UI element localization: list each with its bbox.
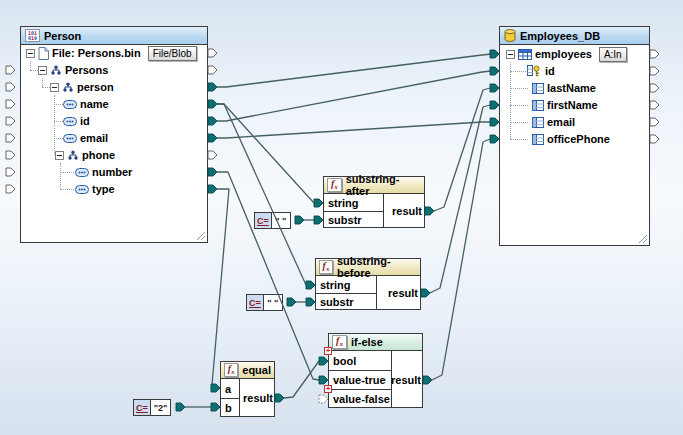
constant-2[interactable]: C= "2" xyxy=(133,399,171,416)
tree-item-db-officephone[interactable]: officePhone xyxy=(532,131,610,147)
function-substring-after[interactable]: fx substring-after string substr result xyxy=(323,176,425,228)
connection-equal-result-ifelse-bool[interactable] xyxy=(284,361,319,398)
function-input-substr[interactable]: substr xyxy=(316,293,376,310)
function-equal[interactable]: fx equal a b result xyxy=(220,361,275,417)
tree-item-number[interactable]: number xyxy=(75,164,132,180)
tree-item-file[interactable]: File: Persons.bin File/Blob xyxy=(26,45,197,61)
input-connector-db-officephone[interactable] xyxy=(490,135,499,143)
output-connector-email[interactable] xyxy=(208,134,217,142)
function-input-b[interactable]: b xyxy=(221,398,239,417)
input-connector-type[interactable] xyxy=(6,185,15,193)
output-connector-db-officephone[interactable] xyxy=(650,135,659,143)
tree-item-db-firstname[interactable]: firstName xyxy=(532,97,598,113)
output-connector-db-id[interactable] xyxy=(650,67,659,75)
function-input-string[interactable]: string xyxy=(316,276,376,293)
collapse-toggle[interactable] xyxy=(50,83,59,92)
function-header[interactable]: fx equal xyxy=(221,362,274,379)
collapse-toggle[interactable] xyxy=(55,151,64,160)
function-input-string[interactable]: string xyxy=(324,194,383,211)
constant-output-connector[interactable] xyxy=(176,403,185,411)
output-connector-number[interactable] xyxy=(208,168,217,176)
source-component-header[interactable]: 101 010 Person xyxy=(21,27,207,45)
function-output-result[interactable]: result xyxy=(239,379,275,417)
tree-item-db-id[interactable]: id xyxy=(527,63,555,79)
tree-item-person[interactable]: person xyxy=(50,79,114,95)
fn-input-connector-bool[interactable] xyxy=(319,357,328,365)
tree-item-employees[interactable]: employees A:In xyxy=(506,46,627,62)
function-output-result[interactable]: result xyxy=(383,194,424,228)
connection-name-substring-before-string[interactable] xyxy=(217,104,306,285)
fn-input-connector-string[interactable] xyxy=(314,199,323,207)
tree-item-persons[interactable]: Persons xyxy=(38,62,108,78)
input-connector-db-lastname[interactable] xyxy=(490,84,499,92)
add-input-icon[interactable]: + xyxy=(324,347,332,355)
input-connector-phone[interactable] xyxy=(6,151,15,159)
collapse-toggle[interactable] xyxy=(38,66,47,75)
tree-item-id[interactable]: id xyxy=(63,113,90,129)
add-input-icon[interactable]: + xyxy=(324,385,332,393)
resize-grip[interactable] xyxy=(197,232,206,241)
fn-input-connector-string[interactable] xyxy=(306,281,315,289)
output-connector-employees[interactable] xyxy=(650,50,659,58)
input-connector-id[interactable] xyxy=(6,117,15,125)
target-component-header[interactable]: Employees_DB xyxy=(500,27,649,45)
fn-input-connector-value-true[interactable] xyxy=(319,376,328,384)
output-connector-id[interactable] xyxy=(208,117,217,125)
tree-item-phone[interactable]: phone xyxy=(55,147,115,163)
input-connector-db-firstname[interactable] xyxy=(490,101,499,109)
tree-item-type[interactable]: type xyxy=(75,181,115,197)
fn-input-connector-substr[interactable] xyxy=(306,298,315,306)
output-connector-file[interactable] xyxy=(208,49,217,57)
function-input-bool[interactable]: bool xyxy=(329,351,391,370)
fn-input-connector-value-false[interactable] xyxy=(319,395,328,403)
input-connector-employees[interactable] xyxy=(490,50,499,58)
connection-substring-after-lastname[interactable] xyxy=(434,88,490,211)
connection-name-substring-after-string[interactable] xyxy=(217,104,314,203)
input-connector-db-email[interactable] xyxy=(490,118,499,126)
resize-grip[interactable] xyxy=(639,235,648,244)
collapse-toggle[interactable] xyxy=(506,50,515,59)
function-header[interactable]: fx substring-before xyxy=(316,259,420,276)
output-connector-person[interactable] xyxy=(208,83,217,91)
connection-ifelse-result-officephone[interactable] xyxy=(432,139,490,380)
fn-input-connector-substr[interactable] xyxy=(314,216,323,224)
collapse-toggle[interactable] xyxy=(26,49,35,58)
output-connector-type[interactable] xyxy=(208,185,217,193)
constant-output-connector[interactable] xyxy=(295,216,304,224)
constant-space-2[interactable]: C= " " xyxy=(246,294,283,311)
function-substring-before[interactable]: fx substring-before string substr result xyxy=(315,258,421,310)
output-connector-db-firstname[interactable] xyxy=(650,101,659,109)
output-connector-db-email[interactable] xyxy=(650,118,659,126)
input-connector-db-id[interactable] xyxy=(490,67,499,75)
input-connector-name[interactable] xyxy=(6,100,15,108)
action-insert-button[interactable]: A:In xyxy=(599,47,627,62)
connection-id-id[interactable] xyxy=(217,71,491,121)
input-connector-number[interactable] xyxy=(6,168,15,176)
connection-number-ifelse-value-true[interactable] xyxy=(217,172,319,380)
fn-output-connector-result[interactable] xyxy=(423,376,432,384)
tree-item-email[interactable]: email xyxy=(63,130,108,146)
function-input-substr[interactable]: substr xyxy=(324,211,383,228)
fn-output-connector-result[interactable] xyxy=(275,394,284,402)
constant-space-1[interactable]: C= " " xyxy=(254,212,291,229)
connection-email-email[interactable] xyxy=(217,122,491,138)
function-input-value-true[interactable]: value-true xyxy=(329,370,391,389)
output-connector-name[interactable] xyxy=(208,100,217,108)
function-output-result[interactable]: result xyxy=(391,351,423,408)
connection-type-equal-a[interactable] xyxy=(211,189,229,388)
input-connector-person[interactable] xyxy=(6,83,15,91)
function-header[interactable]: fx substring-after xyxy=(324,177,424,194)
function-if-else[interactable]: fx if-else bool value-true value-false r… xyxy=(328,333,423,408)
file-blob-button[interactable]: File/Blob xyxy=(148,46,197,61)
fn-output-connector-result[interactable] xyxy=(425,207,434,215)
fn-output-connector-result[interactable] xyxy=(421,289,430,297)
tree-item-db-lastname[interactable]: lastName xyxy=(532,80,596,96)
connection-person-employees[interactable] xyxy=(217,54,491,87)
fn-input-connector-a[interactable] xyxy=(211,384,220,392)
output-connector-phone[interactable] xyxy=(208,151,217,159)
constant-output-connector[interactable] xyxy=(287,298,296,306)
tree-item-name[interactable]: name xyxy=(63,96,109,112)
input-connector-persons[interactable] xyxy=(6,66,15,74)
fn-input-connector-b[interactable] xyxy=(211,403,220,411)
function-input-value-false[interactable]: value-false xyxy=(329,389,391,408)
